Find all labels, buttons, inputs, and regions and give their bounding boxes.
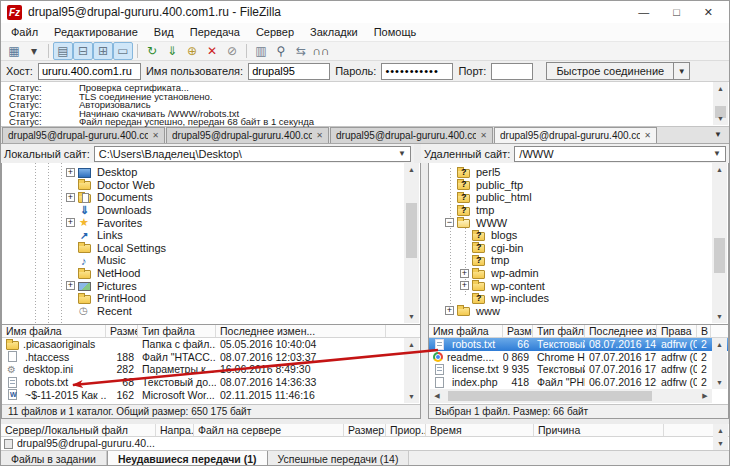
scroll-up-icon[interactable]: ▲ <box>713 424 728 437</box>
file-row[interactable]: index.php 418 Файл "PHP" 06.07.2016 12:0… <box>429 376 728 389</box>
scroll-down-icon[interactable]: ▼ <box>712 310 727 323</box>
add-to-queue-icon[interactable]: ⊕ <box>182 42 202 60</box>
menu-item[interactable]: Закладки <box>302 26 366 38</box>
tree-item[interactable]: public_html <box>429 191 712 204</box>
queue-column-header[interactable]: Размер <box>344 424 386 436</box>
scroll-down-icon[interactable]: ▼ <box>713 437 728 450</box>
scroll-thumb[interactable] <box>448 391 652 401</box>
menu-item[interactable]: Редактирование <box>46 26 146 38</box>
scroll-right-icon[interactable]: ▶ <box>698 389 712 403</box>
menu-item[interactable]: Вид <box>146 26 182 38</box>
tab-close-icon[interactable]: ✕ <box>152 131 159 140</box>
filter-icon[interactable]: ⚲ <box>271 42 291 60</box>
column-header[interactable]: Имя файла <box>2 325 106 337</box>
expander-icon[interactable] <box>460 281 469 290</box>
tree-item[interactable]: Pictures <box>2 279 404 292</box>
local-list-scrollbar[interactable]: ▲ ▼ <box>404 338 419 403</box>
tree-item[interactable]: WWW <box>429 216 712 229</box>
quickconnect-dropdown-icon[interactable]: ▼ <box>674 62 690 80</box>
scroll-down-icon[interactable]: ▼ <box>404 390 419 403</box>
tree-item[interactable]: wp-content <box>429 279 712 292</box>
scroll-up-icon[interactable]: ▲ <box>713 82 728 95</box>
tree-item[interactable]: Documents <box>2 191 404 204</box>
file-row[interactable]: robots.txt 66 Текстовый... 08.07.2016 14… <box>429 338 728 351</box>
toolbar-separator[interactable] <box>137 44 138 58</box>
connection-tab[interactable]: drupal95@drupal-gururu.400.com1.ru ✕ <box>330 127 493 143</box>
disconnect-icon[interactable]: ⊘ <box>222 42 242 60</box>
tree-item[interactable]: NetHood <box>2 267 404 280</box>
tree-item[interactable]: Recent <box>2 305 404 318</box>
tree-item[interactable]: Links <box>2 229 404 242</box>
chevron-down-icon[interactable]: ▼ <box>713 149 721 158</box>
tree-item[interactable]: PrintHood <box>2 292 404 305</box>
find-files-icon[interactable]: ∩∩ <box>311 42 331 60</box>
toggle-remote-tree-icon[interactable]: ⊞ <box>93 42 113 60</box>
expander-icon[interactable] <box>445 306 454 315</box>
column-header[interactable]: В <box>697 325 711 337</box>
log-scrollbar[interactable]: ▲ ▼ <box>713 82 728 125</box>
menu-item[interactable]: Помощь <box>366 26 425 38</box>
expander-icon[interactable] <box>66 193 75 202</box>
toggle-local-tree-icon[interactable]: ⊟ <box>73 42 93 60</box>
tree-item[interactable]: tmp <box>429 204 712 217</box>
column-header[interactable]: Права <box>657 325 697 337</box>
scroll-up-icon[interactable]: ▲ <box>712 338 727 351</box>
file-row[interactable]: ~$-11-2015 Как ... 162 Microsoft Wor... … <box>2 388 420 401</box>
site-manager-icon[interactable]: ▦ <box>4 42 24 60</box>
connection-tab[interactable]: drupal95@drupal-gururu.400.com1.ru ✕ <box>166 127 329 143</box>
toolbar-separator[interactable] <box>246 44 247 58</box>
expander-icon[interactable] <box>66 168 75 177</box>
password-input[interactable] <box>381 63 453 80</box>
quickconnect-button[interactable]: Быстрое соединение <box>546 62 674 80</box>
tree-item[interactable]: perl5 <box>429 166 712 179</box>
tree-item[interactable]: Doctor Web <box>2 179 404 192</box>
file-row[interactable]: .htaccess 188 Файл "HTACC... 08.07.2016 … <box>2 351 420 364</box>
scroll-up-icon[interactable]: ▲ <box>404 163 419 176</box>
expander-icon[interactable] <box>66 281 75 290</box>
tab-close-icon[interactable]: ✕ <box>316 131 323 140</box>
column-header[interactable]: Последнее измен... <box>216 325 386 337</box>
username-input[interactable] <box>248 63 330 80</box>
toggle-log-icon[interactable]: ▤ <box>53 42 73 60</box>
tree-item[interactable]: wp-includes <box>429 292 712 305</box>
scroll-left-icon[interactable]: ◀ <box>430 389 444 403</box>
connection-tab[interactable]: drupal95@drupal-gururu.400.com1.ru ✕ <box>2 127 165 143</box>
queue-scrollbar[interactable]: ▲ ▼ <box>713 424 728 450</box>
column-header[interactable]: Тип файла <box>138 325 216 337</box>
tab-close-icon[interactable]: ✕ <box>480 131 487 140</box>
menu-item[interactable]: Передача <box>182 26 248 38</box>
tree-item[interactable]: public_ftp <box>429 179 712 192</box>
tree-item[interactable]: Desktop <box>2 166 404 179</box>
host-input[interactable] <box>38 63 141 80</box>
tree-item[interactable]: Favorites <box>2 216 404 229</box>
tree-item[interactable]: blogs <box>429 229 712 242</box>
queue-column-header[interactable]: Время <box>426 424 534 436</box>
port-input[interactable] <box>491 63 533 80</box>
tree-item[interactable]: www <box>429 305 712 318</box>
column-header[interactable]: Тип файла <box>533 325 585 337</box>
file-row[interactable]: readme.... 10 869 Chrome H... 07.07.2016… <box>429 351 728 364</box>
site-manager-dropdown-icon[interactable]: ▾ <box>24 42 44 60</box>
tree-item[interactable]: Local Settings <box>2 242 404 255</box>
tab-close-icon[interactable]: ✕ <box>644 131 651 140</box>
chevron-down-icon[interactable]: ▼ <box>398 149 406 158</box>
tree-item[interactable]: cgi-bin <box>429 242 712 255</box>
menu-item[interactable]: Файл <box>3 26 46 38</box>
toolbar-separator[interactable] <box>48 44 49 58</box>
tree-item[interactable]: tmp <box>429 254 712 267</box>
tree-item[interactable]: wp-admin <box>429 267 712 280</box>
queue-column-header[interactable]: Файл на сервере <box>194 424 344 436</box>
remote-list-vscrollbar[interactable]: ▲ ▼ <box>712 338 727 389</box>
connection-tab[interactable]: drupal95@drupal-gururu.400.com1.ru ✕ <box>494 127 657 143</box>
remote-tree-scrollbar[interactable]: ▲ ▼ <box>712 163 727 323</box>
queue-column-header[interactable]: Напра... <box>156 424 194 436</box>
queue-tab[interactable]: Неудавшиеся передачи (1) <box>107 451 268 466</box>
file-row[interactable]: robots.txt 68 Текстовый до... 08.07.2016… <box>2 376 420 389</box>
column-header[interactable]: Последнее из... <box>585 325 657 337</box>
tab-overflow-icon[interactable]: ▼ <box>714 130 722 139</box>
column-header[interactable]: Имя файла <box>429 325 503 337</box>
expander-icon[interactable] <box>445 218 454 227</box>
scroll-down-icon[interactable]: ▼ <box>713 112 728 125</box>
scroll-thumb[interactable] <box>406 203 417 258</box>
expander-icon[interactable] <box>460 269 469 278</box>
